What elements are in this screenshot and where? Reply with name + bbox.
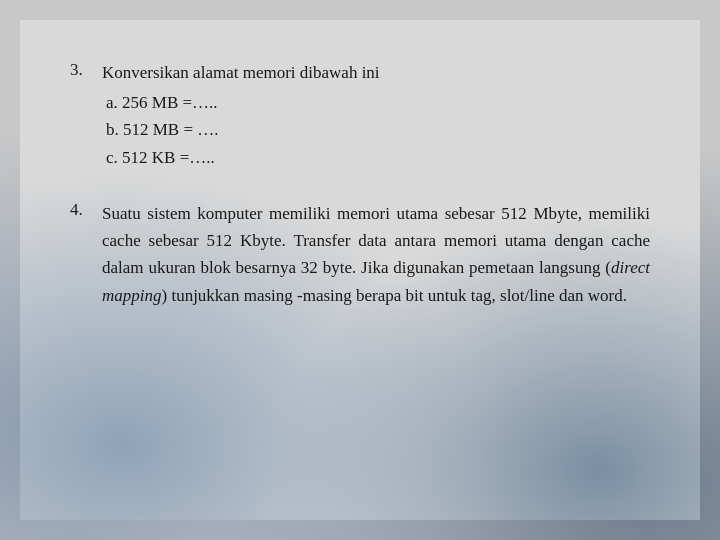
sub-item-a: a. 256 MB =….. [106, 90, 650, 116]
question-3-text: Konversikan alamat memori dibawah ini [102, 60, 380, 86]
slide-container: 3. Konversikan alamat memori dibawah ini… [20, 20, 700, 520]
question-3-subitems: a. 256 MB =….. b. 512 MB = …. c. 512 KB … [106, 90, 650, 171]
direct-mapping-italic: direct mapping [102, 258, 650, 304]
question-3-header: 3. Konversikan alamat memori dibawah ini [70, 60, 650, 86]
question-3-block: 3. Konversikan alamat memori dibawah ini… [70, 60, 650, 170]
question-4-text: Suatu sistem komputer memiliki memori ut… [102, 200, 650, 309]
sub-item-b: b. 512 MB = …. [106, 117, 650, 143]
question-3-number: 3. [70, 60, 94, 80]
question-4-block: 4. Suatu sistem komputer memiliki memori… [70, 200, 650, 309]
sub-item-c: c. 512 KB =….. [106, 145, 650, 171]
question-4-number: 4. [70, 200, 94, 220]
